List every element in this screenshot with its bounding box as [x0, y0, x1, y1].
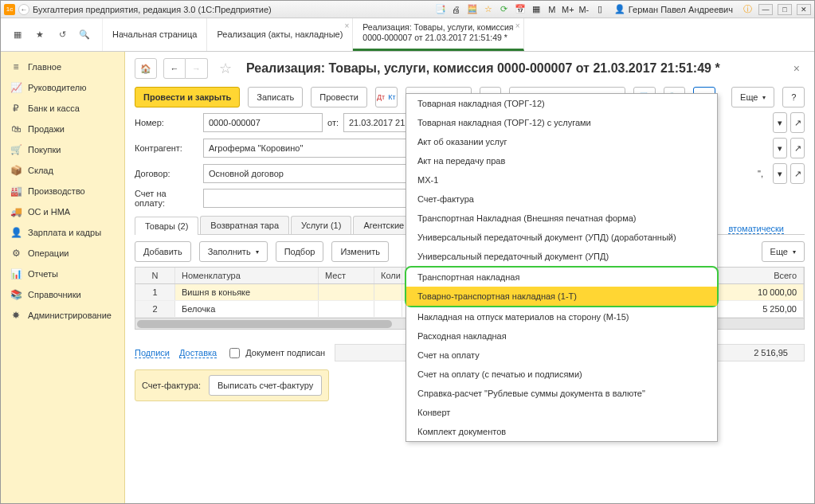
print-menu-item[interactable]: Универсальный передаточный документ (УПД… — [406, 228, 717, 247]
minimize-button[interactable]: — — [758, 4, 773, 15]
print-menu-item[interactable]: Акт на передачу прав — [406, 151, 717, 170]
cell-nom: Вишня в коньяке — [175, 284, 319, 300]
print-menu-item[interactable]: Универсальный передаточный документ (УПД… — [406, 247, 717, 266]
m-plus-label[interactable]: М+ — [562, 3, 574, 16]
calendar-icon[interactable]: 📅 — [514, 3, 527, 16]
sidebar-item[interactable]: 📦Склад — [1, 160, 124, 181]
close-button[interactable]: ✕ — [797, 4, 811, 15]
tab-start[interactable]: Начальная страница — [103, 18, 207, 51]
info-icon[interactable]: ⓘ — [741, 3, 754, 16]
print-menu-item[interactable]: Комплект документов — [406, 422, 717, 441]
titlebar: 1с ← Бухгалтерия предприятия, редакция 3… — [1, 1, 814, 18]
print-menu-item[interactable]: Акт об оказании услуг — [406, 132, 717, 151]
close-icon[interactable]: × — [344, 21, 349, 30]
back-button[interactable]: ← — [163, 58, 186, 79]
print-menu-item[interactable]: Накладная на отпуск материалов на сторон… — [406, 307, 717, 326]
dt-kt-button[interactable]: ДтКт — [375, 87, 398, 107]
apps-icon[interactable]: ▦ — [10, 28, 25, 42]
dropdown-button[interactable]: ▾ — [773, 163, 787, 184]
sidebar-icon: ≡ — [10, 61, 22, 72]
user-chip[interactable]: 👤 Герман Павел Андреевич — [614, 4, 733, 14]
sidebar-item[interactable]: ✸Администрирование — [1, 305, 124, 326]
print-menu-item[interactable]: Транспортная Накладная (Внешняя печатная… — [406, 209, 717, 228]
fav-icon[interactable]: ☆ — [482, 3, 495, 16]
subtab-services[interactable]: Услуги (1) — [291, 216, 351, 234]
search-icon[interactable]: 🔍 — [77, 28, 92, 42]
tab-realization-doc[interactable]: Реализация: Товары, услуги, комиссия 000… — [353, 18, 523, 51]
close-icon[interactable]: × — [515, 21, 520, 30]
print-menu-item[interactable]: Конверт — [406, 403, 717, 422]
home-button[interactable]: 🏠 — [135, 58, 157, 79]
nav-back-small[interactable]: ← — [18, 4, 29, 15]
contract-input[interactable]: Основной договор — [203, 164, 410, 183]
toolbar-icon[interactable]: 🧮 — [466, 3, 479, 16]
more-button[interactable]: Еще ▾ — [731, 87, 774, 107]
link-icon[interactable]: ⟳ — [498, 3, 511, 16]
maximize-button[interactable]: □ — [778, 4, 792, 15]
auto-link[interactable]: втоматически — [728, 224, 784, 234]
create-invoice-button[interactable]: Выписать счет-фактуру — [209, 375, 322, 396]
tab-realization-list[interactable]: Реализация (акты, накладные)× — [207, 18, 353, 51]
subtab-goods[interactable]: Товары (2) — [135, 217, 198, 235]
select-button[interactable]: Подбор — [276, 241, 324, 262]
sidebar-item[interactable]: 📚Справочники — [1, 284, 124, 305]
number-input[interactable]: 0000-000007 — [203, 113, 323, 132]
sidebar-item[interactable]: 🏭Производство — [1, 181, 124, 201]
change-button[interactable]: Изменить — [331, 241, 389, 262]
fill-button[interactable]: Заполнить ▾ — [199, 241, 268, 262]
dropdown-button[interactable]: ▾ — [773, 138, 787, 158]
sidebar-item[interactable]: ≡Главное — [1, 57, 124, 77]
sidebar-item[interactable]: ⚙Операции — [1, 243, 124, 264]
sidebar-label: Главное — [28, 62, 61, 72]
col-mest[interactable]: Мест — [319, 268, 374, 283]
delivery-link[interactable]: Доставка — [179, 348, 217, 358]
grid-icon[interactable]: ▦ — [530, 3, 543, 16]
print-menu-item[interactable]: МХ-1 — [406, 170, 717, 189]
col-n[interactable]: N — [135, 268, 175, 283]
col-nom[interactable]: Номенклатура — [175, 268, 319, 283]
help-button[interactable]: ? — [782, 87, 805, 107]
print-menu-item[interactable]: Счет-фактура — [406, 189, 717, 209]
sidebar-item[interactable]: 📊Отчеты — [1, 264, 124, 284]
dropdown-button[interactable]: ▾ — [773, 112, 787, 133]
contragent-input[interactable]: Агроферма "Коровино" — [203, 139, 410, 158]
sidebar-item[interactable]: 👤Зарплата и кадры — [1, 222, 124, 243]
close-doc-button[interactable]: × — [789, 62, 805, 75]
print-menu-item[interactable]: Счет на оплату — [406, 346, 717, 365]
sidebar-item[interactable]: 🚚ОС и НМА — [1, 201, 124, 222]
sidebar-item[interactable]: 🛍Продажи — [1, 119, 124, 139]
open-button[interactable]: ↗ — [790, 138, 805, 158]
print-menu-item[interactable]: Транспортная накладная — [406, 268, 717, 287]
sidebar-item[interactable]: ₽Банк и касса — [1, 98, 124, 119]
m-minus-label[interactable]: М- — [578, 3, 590, 16]
sidebar-item[interactable]: 📈Руководителю — [1, 77, 124, 98]
post-button[interactable]: Провести — [311, 87, 367, 107]
sidebar-item[interactable]: 🛒Покупки — [1, 139, 124, 160]
add-button[interactable]: Добавить — [135, 241, 191, 262]
print-menu-item[interactable]: Счет на оплату (с печатью и подписями) — [406, 365, 717, 384]
print-menu-item[interactable]: Товарно-транспортная накладная (1-Т) — [406, 287, 717, 306]
subtab-tara[interactable]: Возвратная тара — [200, 216, 289, 234]
print-menu-item[interactable]: Товарная накладная (ТОРГ-12) — [406, 94, 717, 113]
print-menu-item[interactable]: Товарная накладная (ТОРГ-12) с услугами — [406, 113, 717, 132]
post-and-close-button[interactable]: Провести и закрыть — [135, 87, 240, 107]
toolbar-icon[interactable]: 📑 — [434, 3, 447, 16]
save-button[interactable]: Записать — [248, 87, 303, 107]
table-more-button[interactable]: Еще ▾ — [762, 241, 805, 262]
open-button[interactable]: ↗ — [790, 163, 805, 184]
account-input[interactable] — [203, 189, 410, 208]
open-button[interactable]: ↗ — [790, 112, 805, 133]
star-icon[interactable]: ★ — [33, 28, 47, 42]
history-icon[interactable]: ↺ — [55, 28, 69, 42]
contragent-label: Контрагент: — [135, 143, 198, 153]
sidebar-icon: 📈 — [10, 82, 22, 93]
doc-signed-checkbox[interactable]: Документ подписан — [226, 346, 325, 361]
m-label[interactable]: М — [546, 3, 558, 16]
print-menu-item[interactable]: Расходная накладная — [406, 326, 717, 346]
forward-button[interactable]: → — [186, 58, 208, 79]
favorite-toggle[interactable]: ☆ — [214, 58, 237, 79]
signatures-link[interactable]: Подписи — [135, 348, 170, 358]
col-qty[interactable]: Коли — [374, 268, 402, 283]
print-menu-item[interactable]: Справка-расчет "Рублевые суммы документа… — [406, 384, 717, 403]
toolbar-icon[interactable]: 🖨 — [450, 3, 463, 16]
